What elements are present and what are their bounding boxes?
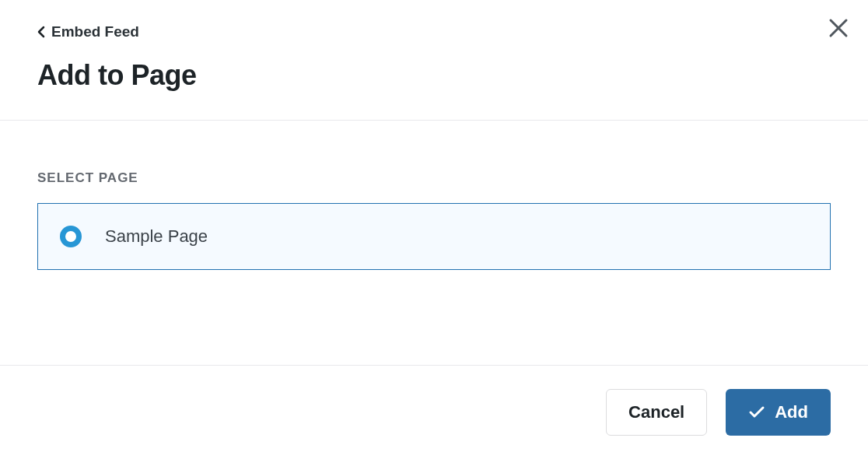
add-button-label: Add [775,402,808,422]
close-button[interactable] [824,14,852,42]
page-option-label: Sample Page [105,226,208,247]
page-title: Add to Page [37,59,831,92]
add-button[interactable]: Add [726,389,831,436]
page-option[interactable]: Sample Page [37,203,831,270]
breadcrumb-label: Embed Feed [51,23,139,40]
breadcrumb-back-link[interactable]: Embed Feed [37,23,831,40]
close-icon [828,17,849,39]
content-section: SELECT PAGE Sample Page [0,121,868,301]
chevron-left-icon [37,26,45,38]
footer-section: Cancel Add [0,365,868,459]
select-page-label: SELECT PAGE [37,170,831,186]
cancel-button-label: Cancel [628,402,684,422]
radio-selected-icon [60,226,82,247]
header-section: Embed Feed Add to Page [0,0,868,121]
cancel-button[interactable]: Cancel [606,389,707,436]
check-icon [748,404,765,421]
